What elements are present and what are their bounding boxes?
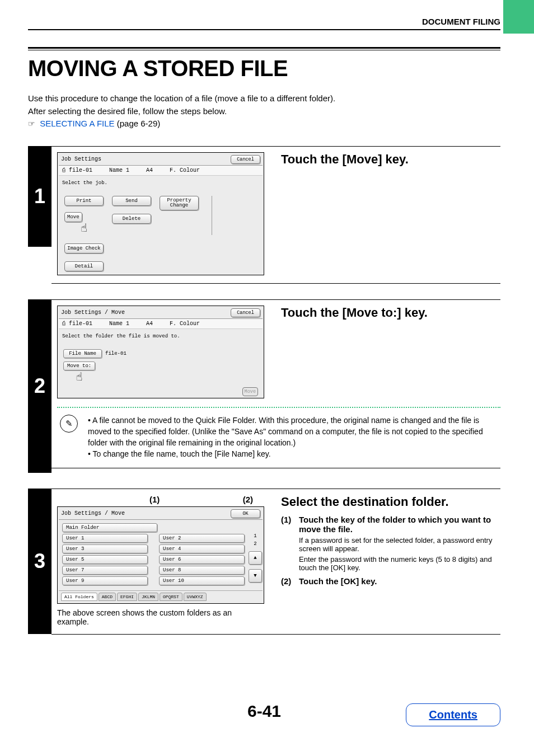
user-folder-button[interactable]: User 8 <box>159 566 245 575</box>
section-color-tab <box>503 0 534 34</box>
user-folder-button[interactable]: User 2 <box>159 534 245 543</box>
step2-panel: Job Settings / Move Cancel ⎙ file-01 Nam… <box>57 306 264 398</box>
panel-message: Select the job. <box>59 176 263 194</box>
callout-1: (1) <box>149 495 160 504</box>
move-button-disabled: Move <box>242 387 258 396</box>
page-indicator-top: 1 <box>254 533 256 539</box>
filter-tab[interactable]: UVWXYZ <box>184 593 207 601</box>
substep-2-text: Touch the [OK] key. <box>299 576 500 586</box>
move-button[interactable]: Move <box>64 212 82 222</box>
send-button[interactable]: Send <box>112 196 151 206</box>
note-list: A file cannot be moved to the Quick File… <box>88 415 500 460</box>
property-change-button[interactable]: Property Change <box>160 196 199 210</box>
selecting-file-link[interactable]: SELECTING A FILE <box>40 119 114 128</box>
file-name-button[interactable]: File Name <box>63 349 102 358</box>
intro-line2: After selecting the desired file, follow… <box>28 105 500 118</box>
file-color-col: F. Colour <box>170 321 200 327</box>
step1-panel: Job Settings Cancel ⎙ file-01 Name 1 A4 … <box>57 152 264 275</box>
panel-title: Job Settings / Move <box>61 309 125 316</box>
filter-tab[interactable]: EFGHI <box>117 593 137 601</box>
pointer-icon: ☞ <box>28 118 35 130</box>
step-1-number: 1 <box>28 146 51 247</box>
substep-1-detail2: Enter the password with the numeric keys… <box>299 555 500 572</box>
step3-panel: Job Settings / Move OK Main Folder User … <box>57 506 264 604</box>
filter-tab[interactable]: OPQRST <box>160 593 182 601</box>
touch-hand-icon: ☝ <box>64 221 104 235</box>
delete-button[interactable]: Delete <box>112 214 151 224</box>
substep-1-text: Touch the key of the folder to which you… <box>299 515 500 534</box>
user-folder-button[interactable]: User 1 <box>62 534 148 543</box>
user-folder-button[interactable]: User 4 <box>159 544 245 553</box>
step-3-title: Select the destination folder. <box>281 495 500 509</box>
step-3-number: 3 <box>28 489 51 634</box>
panel-title: Job Settings <box>61 156 101 162</box>
detail-button[interactable]: Detail <box>64 261 104 271</box>
user-folder-button[interactable]: User 6 <box>159 555 245 564</box>
step-2-title: Touch the [Move to:] key. <box>281 306 500 320</box>
user-folder-button[interactable]: User 7 <box>62 566 148 575</box>
step-1-title: Touch the [Move] key. <box>281 152 500 167</box>
cancel-button[interactable]: Cancel <box>231 308 260 317</box>
link-page-ref: (page 6-29) <box>115 119 161 128</box>
user-folder-button[interactable]: User 3 <box>62 544 148 553</box>
file-name-value: file-01 <box>105 351 127 356</box>
note-icon: ✎ <box>60 415 78 433</box>
panel-title: Job Settings / Move <box>61 510 125 516</box>
section-header: DOCUMENT FILING <box>28 17 500 30</box>
move-to-button[interactable]: Move to: <box>63 361 95 370</box>
main-folder-button[interactable]: Main Folder <box>62 523 157 532</box>
filter-tab[interactable]: JKLMN <box>138 593 158 601</box>
substep-2-num: (2) <box>281 576 299 586</box>
file-icon: ⎙ file-01 <box>62 321 92 327</box>
scroll-down-button[interactable]: ▼ <box>249 569 262 583</box>
step-2-number: 2 <box>28 299 51 473</box>
substep-1-detail: If a password is set for the selected fo… <box>299 536 500 553</box>
substep-1-num: (1) <box>281 515 299 572</box>
file-color-col: F. Colour <box>170 167 200 173</box>
file-size-col: A4 <box>146 167 153 173</box>
file-name-col: Name 1 <box>109 167 129 173</box>
cancel-button[interactable]: Cancel <box>231 155 260 164</box>
page-indicator-bottom: 2 <box>254 541 256 547</box>
note-item: A file cannot be moved to the Quick File… <box>88 415 500 449</box>
user-folder-button[interactable]: User 10 <box>159 576 245 585</box>
intro-text: Use this procedure to change the locatio… <box>28 92 500 130</box>
scroll-up-button[interactable]: ▲ <box>249 551 262 565</box>
image-check-button[interactable]: Image Check <box>64 243 104 253</box>
panel-message: Select the folder the file is moved to. <box>59 329 263 347</box>
file-name-col: Name 1 <box>109 321 129 327</box>
intro-line1: Use this procedure to change the locatio… <box>28 92 500 105</box>
file-size-col: A4 <box>146 321 153 327</box>
print-button[interactable]: Print <box>64 196 104 206</box>
panel-caption: The above screen shows the custom folder… <box>57 608 264 626</box>
callout-2: (2) <box>243 495 253 504</box>
touch-hand-icon: ☝ <box>63 370 95 384</box>
user-folder-button[interactable]: User 5 <box>62 555 148 564</box>
file-icon: ⎙ file-01 <box>62 167 92 173</box>
page-title: MOVING A STORED FILE <box>28 56 500 81</box>
filter-tab-all[interactable]: All Folders <box>61 593 97 601</box>
ok-button[interactable]: OK <box>231 509 260 518</box>
user-folder-button[interactable]: User 9 <box>62 576 148 585</box>
note-item: To change the file name, touch the [File… <box>88 448 500 459</box>
filter-tab[interactable]: ABCD <box>99 593 116 601</box>
contents-button[interactable]: Contents <box>406 703 500 726</box>
title-rule <box>28 47 500 50</box>
